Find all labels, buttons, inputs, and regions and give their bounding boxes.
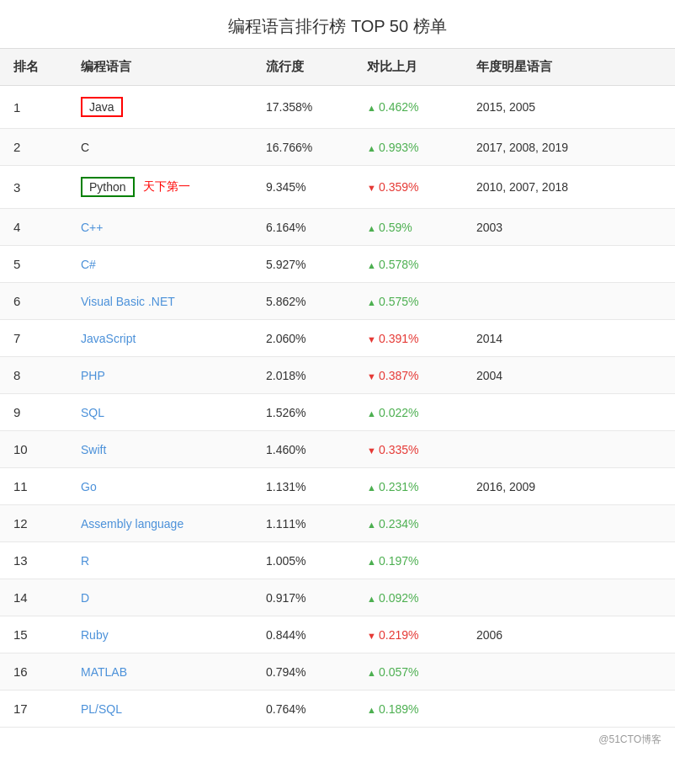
lang-name: C# <box>81 258 96 271</box>
cell-change: 0.189% <box>353 691 463 728</box>
cell-change: 0.993% <box>353 129 463 166</box>
cell-rank: 14 <box>0 579 67 616</box>
cell-lang: Assembly language <box>67 505 252 542</box>
cell-rank: 7 <box>0 320 67 357</box>
cell-rank: 15 <box>0 616 67 653</box>
cell-staryear <box>463 246 675 283</box>
cell-popularity: 17.358% <box>252 86 353 129</box>
cell-staryear: 2016, 2009 <box>463 468 675 505</box>
cell-popularity: 1.131% <box>252 468 353 505</box>
cell-popularity: 2.018% <box>252 357 353 394</box>
cell-lang: Python天下第一 <box>67 166 252 209</box>
change-up-indicator: 0.231% <box>367 480 418 493</box>
cell-lang: JavaScript <box>67 320 252 357</box>
cell-lang: Java <box>67 86 252 129</box>
cell-staryear: 2010, 2007, 2018 <box>463 166 675 209</box>
cell-popularity: 6.164% <box>252 209 353 246</box>
lang-name: PHP <box>81 369 105 382</box>
lang-name: SQL <box>81 406 104 419</box>
cell-rank: 6 <box>0 283 67 320</box>
change-up-indicator: 0.993% <box>367 141 418 154</box>
cell-rank: 17 <box>0 691 67 728</box>
cell-staryear <box>463 505 675 542</box>
cell-rank: 4 <box>0 209 67 246</box>
cell-change: 0.022% <box>353 394 463 431</box>
cell-popularity: 0.844% <box>252 616 353 653</box>
cell-lang: MATLAB <box>67 653 252 691</box>
cell-change: 0.578% <box>353 246 463 283</box>
cell-lang: Go <box>67 468 252 505</box>
lang-extra-text: 天下第一 <box>143 179 190 195</box>
table-header: 排名 编程语言 流行度 对比上月 年度明星语言 <box>0 49 675 86</box>
table-row: 3Python天下第一9.345%0.359%2010, 2007, 2018 <box>0 166 675 209</box>
change-up-indicator: 0.197% <box>367 554 418 568</box>
cell-staryear <box>463 653 675 691</box>
cell-change: 0.057% <box>353 653 463 691</box>
ranking-table: 排名 编程语言 流行度 对比上月 年度明星语言 1Java17.358%0.46… <box>0 48 675 728</box>
change-down-indicator: 0.391% <box>367 332 418 345</box>
cell-staryear <box>463 431 675 468</box>
cell-staryear: 2006 <box>463 616 675 653</box>
cell-staryear <box>463 283 675 320</box>
table-row: 4C++6.164%0.59%2003 <box>0 209 675 246</box>
cell-rank: 16 <box>0 653 67 691</box>
change-up-indicator: 0.575% <box>367 295 418 308</box>
cell-popularity: 1.460% <box>252 431 353 468</box>
cell-change: 0.335% <box>353 431 463 468</box>
change-down-indicator: 0.219% <box>367 628 418 642</box>
cell-change: 0.391% <box>353 320 463 357</box>
table-row: 6Visual Basic .NET5.862%0.575% <box>0 283 675 320</box>
cell-staryear <box>463 542 675 579</box>
lang-name: Swift <box>81 443 106 456</box>
cell-rank: 3 <box>0 166 67 209</box>
cell-staryear <box>463 394 675 431</box>
change-up-indicator: 0.59% <box>367 221 412 234</box>
lang-name: Ruby <box>81 628 109 642</box>
cell-change: 0.197% <box>353 542 463 579</box>
lang-python: Python <box>81 177 135 197</box>
table-row: 12Assembly language1.111%0.234% <box>0 505 675 542</box>
table-row: 7JavaScript2.060%0.391%2014 <box>0 320 675 357</box>
cell-staryear: 2017, 2008, 2019 <box>463 129 675 166</box>
cell-staryear: 2004 <box>463 357 675 394</box>
cell-change: 0.359% <box>353 166 463 209</box>
col-lang: 编程语言 <box>67 49 252 86</box>
cell-staryear <box>463 579 675 616</box>
cell-lang: Visual Basic .NET <box>67 283 252 320</box>
cell-staryear: 2003 <box>463 209 675 246</box>
change-up-indicator: 0.578% <box>367 258 418 271</box>
change-up-indicator: 0.234% <box>367 517 418 531</box>
cell-change: 0.575% <box>353 283 463 320</box>
col-change: 对比上月 <box>353 49 463 86</box>
cell-lang: SQL <box>67 394 252 431</box>
table-row: 5C#5.927%0.578% <box>0 246 675 283</box>
cell-popularity: 0.794% <box>252 653 353 691</box>
cell-change: 0.59% <box>353 209 463 246</box>
lang-name: JavaScript <box>81 332 136 345</box>
cell-staryear: 2015, 2005 <box>463 86 675 129</box>
cell-change: 0.092% <box>353 579 463 616</box>
cell-popularity: 0.917% <box>252 579 353 616</box>
cell-staryear <box>463 691 675 728</box>
table-row: 11Go1.131%0.231%2016, 2009 <box>0 468 675 505</box>
cell-rank: 8 <box>0 357 67 394</box>
lang-name: Assembly language <box>81 517 183 531</box>
lang-name: Visual Basic .NET <box>81 295 175 308</box>
cell-lang: Ruby <box>67 616 252 653</box>
table-row: 9SQL1.526%0.022% <box>0 394 675 431</box>
cell-change: 0.234% <box>353 505 463 542</box>
table-row: 17PL/SQL0.764%0.189% <box>0 691 675 728</box>
table-row: 15Ruby0.844%0.219%2006 <box>0 616 675 653</box>
lang-name: PL/SQL <box>81 702 122 716</box>
cell-change: 0.387% <box>353 357 463 394</box>
change-down-indicator: 0.335% <box>367 443 418 456</box>
lang-name: Go <box>81 480 97 493</box>
cell-lang: Swift <box>67 431 252 468</box>
cell-rank: 1 <box>0 86 67 129</box>
cell-staryear: 2014 <box>463 320 675 357</box>
cell-lang: C <box>67 129 252 166</box>
cell-popularity: 5.862% <box>252 283 353 320</box>
change-up-indicator: 0.022% <box>367 406 418 419</box>
cell-lang: PHP <box>67 357 252 394</box>
cell-popularity: 1.526% <box>252 394 353 431</box>
